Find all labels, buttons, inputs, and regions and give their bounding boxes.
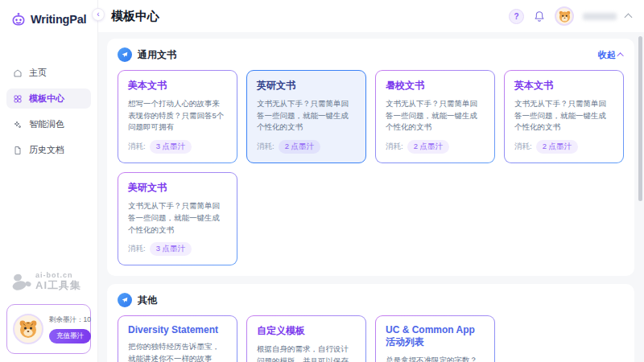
chevron-up-icon[interactable] bbox=[625, 14, 633, 22]
template-card-title: 英本文书 bbox=[514, 79, 613, 93]
cost-label: 消耗: bbox=[128, 142, 146, 152]
template-card[interactable]: Diversity Statement 把你的独特经历告诉墨宝，就能讲述你不一样… bbox=[118, 315, 237, 362]
ink-cost-badge: 2 点墨汁 bbox=[536, 140, 578, 154]
sidebar-item-label: 主页 bbox=[29, 67, 47, 79]
template-card-description: 总是拿捏不准限定的字数？交给我们！ bbox=[386, 355, 485, 362]
remaining-ink-label: 剩余墨汁：10 bbox=[49, 315, 91, 325]
ink-cost-badge: 3 点墨汁 bbox=[150, 140, 192, 154]
logo-text: WritingPal bbox=[31, 13, 86, 26]
template-card-description: 想写一个打动人心的故事来表现你的特质？只需回答5个问题即可拥有 bbox=[128, 98, 227, 134]
sidebar: WritingPal 主页 模板中心 智能润色 历史文档 bbox=[0, 0, 98, 362]
tiger-avatar bbox=[13, 314, 43, 344]
cost-label: 消耗: bbox=[386, 142, 403, 152]
template-card-description: 文书无从下手？只需简单回答一些问题，就能一键生成个性化的文书 bbox=[386, 98, 485, 134]
template-card[interactable]: 英本文书 文书无从下手？只需简单回答一些问题，就能一键生成个性化的文书 消耗: … bbox=[504, 70, 624, 163]
template-card-title: 英研文书 bbox=[257, 79, 356, 93]
collapse-section-link[interactable]: 收起 bbox=[598, 49, 624, 61]
cost-label: 消耗: bbox=[128, 244, 146, 254]
template-card[interactable]: UC & Common App 活动列表 总是拿捏不准限定的字数？交给我们！ 消… bbox=[375, 315, 495, 362]
ai-bot-watermark: ai-bot.cn AI工具集 bbox=[0, 272, 93, 291]
username-blurred bbox=[583, 13, 617, 20]
card-grid-others: Diversity Statement 把你的独特经历告诉墨宝，就能讲述你不一样… bbox=[118, 315, 624, 362]
sidebar-item-history-docs[interactable]: 历史文档 bbox=[6, 140, 91, 160]
sidebar-collapse-button[interactable]: ‹ bbox=[92, 8, 105, 21]
user-avatar[interactable] bbox=[555, 6, 574, 26]
robot-logo-icon bbox=[10, 11, 27, 27]
top-header: 模板中心 ? bbox=[98, 0, 644, 32]
sidebar-menu: 主页 模板中心 智能润色 历史文档 bbox=[0, 63, 97, 160]
help-icon[interactable]: ? bbox=[509, 9, 524, 24]
content-area: 通用文书 收起 美本文书 想写一个打动人心的故事来表现你的特质？只需回答5个问题… bbox=[98, 32, 644, 362]
template-card-title: UC & Common App 活动列表 bbox=[386, 324, 485, 349]
megaphone-icon bbox=[118, 293, 132, 307]
megaphone-icon bbox=[118, 47, 132, 62]
sparkles-icon bbox=[13, 120, 23, 130]
sidebar-item-label: 智能润色 bbox=[29, 118, 64, 130]
page-title: 模板中心 bbox=[111, 9, 159, 24]
sidebar-item-home[interactable]: 主页 bbox=[6, 63, 91, 83]
template-card-title: 自定义模板 bbox=[257, 324, 356, 338]
template-card[interactable]: 暑校文书 文书无从下手？只需简单回答一些问题，就能一键生成个性化的文书 消耗: … bbox=[375, 70, 495, 163]
sidebar-item-smart-polish[interactable]: 智能润色 bbox=[6, 114, 91, 134]
template-card[interactable]: 英研文书 文书无从下手？只需简单回答一些问题，就能一键生成个性化的文书 消耗: … bbox=[246, 70, 366, 163]
sidebar-item-label: 模板中心 bbox=[29, 93, 64, 105]
cost-label: 消耗: bbox=[514, 142, 532, 152]
template-card[interactable]: 美本文书 想写一个打动人心的故事来表现你的特质？只需回答5个问题即可拥有 消耗:… bbox=[118, 70, 237, 163]
template-card-title: Diversity Statement bbox=[128, 324, 227, 335]
app-logo: WritingPal bbox=[0, 0, 97, 27]
template-card[interactable]: 美研文书 文书无从下手？只需简单回答一些问题，就能一键生成个性化的文书 消耗: … bbox=[118, 172, 237, 265]
notification-bell-icon[interactable] bbox=[533, 10, 546, 23]
section-title: 通用文书 bbox=[138, 48, 176, 62]
sidebar-item-label: 历史文档 bbox=[29, 144, 64, 156]
vertical-scrollbar[interactable] bbox=[638, 36, 642, 201]
ink-cost-badge: 3 点墨汁 bbox=[150, 242, 192, 256]
template-card-description: 文书无从下手？只需简单回答一些问题，就能一键生成个性化的文书 bbox=[514, 98, 613, 134]
template-card-title: 暑校文书 bbox=[386, 79, 485, 93]
template-card-description: 把你的独特经历告诉墨宝，就能讲述你不一样的故事 bbox=[128, 341, 227, 362]
ink-cost-badge: 2 点墨汁 bbox=[279, 140, 320, 154]
section-general-docs: 通用文书 收起 美本文书 想写一个打动人心的故事来表现你的特质？只需回答5个问题… bbox=[107, 39, 634, 276]
watermark-title: AI工具集 bbox=[35, 280, 81, 291]
template-card-title: 美研文书 bbox=[128, 181, 227, 195]
cost-label: 消耗: bbox=[257, 142, 275, 152]
template-card-title: 美本文书 bbox=[128, 79, 227, 93]
sidebar-user-card: 剩余墨汁：10 充值墨汁 bbox=[6, 304, 91, 354]
section-title: 其他 bbox=[138, 294, 157, 307]
ai-bot-logo-icon bbox=[11, 272, 32, 291]
chevron-up-icon bbox=[617, 52, 623, 59]
recharge-ink-button[interactable]: 充值墨汁 bbox=[49, 329, 91, 343]
section-others: 其他 Diversity Statement 把你的独特经历告诉墨宝，就能讲述你… bbox=[107, 284, 634, 362]
template-card[interactable]: 自定义模板 根据自身的需求，自行设计问题的模版，并且可以保存和收藏在未来使用 消… bbox=[246, 315, 366, 362]
card-grid-general: 美本文书 想写一个打动人心的故事来表现你的特质？只需回答5个问题即可拥有 消耗:… bbox=[118, 70, 624, 265]
home-icon bbox=[13, 68, 23, 78]
app-window: WritingPal 主页 模板中心 智能润色 历史文档 bbox=[0, 0, 644, 362]
template-card-description: 文书无从下手？只需简单回答一些问题，就能一键生成个性化的文书 bbox=[128, 200, 227, 236]
ink-cost-badge: 2 点墨汁 bbox=[407, 140, 449, 154]
template-card-description: 文书无从下手？只需简单回答一些问题，就能一键生成个性化的文书 bbox=[257, 98, 356, 134]
grid-icon bbox=[13, 94, 23, 104]
collapse-label: 收起 bbox=[598, 49, 616, 61]
sidebar-item-template-center[interactable]: 模板中心 bbox=[6, 88, 91, 109]
tiger-face-icon bbox=[558, 10, 572, 23]
main-area: 模板中心 ? bbox=[98, 0, 644, 362]
tiger-face-icon bbox=[18, 319, 39, 339]
document-icon bbox=[13, 146, 23, 155]
template-card-description: 根据自身的需求，自行设计问题的模版，并且可以保存和收藏在未来使用 bbox=[257, 343, 356, 362]
